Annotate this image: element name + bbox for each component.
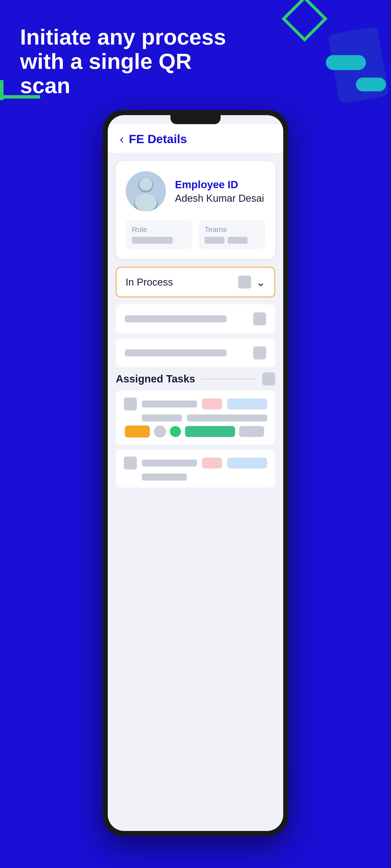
role-value-bar xyxy=(132,237,173,244)
phone-mockup: ‹ FE Details xyxy=(103,110,288,836)
team-bar-1 xyxy=(204,237,225,244)
employee-card: Employee ID Adesh Kumar Desai Role Teams xyxy=(116,161,275,259)
task-gray-pill-1 xyxy=(239,426,264,437)
phone-notch xyxy=(170,115,221,124)
task-title-bar-1 xyxy=(142,400,197,407)
avatar xyxy=(126,171,166,211)
task-small-circle-1 xyxy=(154,426,166,437)
task-tag-blue-2 xyxy=(227,458,267,469)
role-label: Role xyxy=(132,225,187,234)
in-process-dropdown[interactable]: In Process ⌄ xyxy=(116,267,275,297)
task-checkbox-1[interactable] xyxy=(124,398,137,410)
tasks-divider xyxy=(201,379,256,379)
team-bar-2 xyxy=(228,237,248,244)
task-card-2 xyxy=(116,450,275,488)
task2-row-top xyxy=(124,457,267,469)
employee-name: Adesh Kumar Desai xyxy=(175,193,264,204)
list-item-icon-2 xyxy=(253,346,266,360)
task2-bottom-bar xyxy=(142,473,187,480)
back-button[interactable]: ‹ xyxy=(120,133,124,145)
in-process-right: ⌄ xyxy=(238,276,266,288)
role-box: Role xyxy=(126,220,193,249)
task-green-dot-1 xyxy=(170,426,181,437)
headline-line2: with a single QR xyxy=(20,49,192,73)
phone-screen: ‹ FE Details xyxy=(108,115,283,831)
tasks-add-icon[interactable] xyxy=(262,372,275,385)
teams-label: Teams xyxy=(204,225,259,234)
headline-text: Initiate any process xyxy=(20,25,226,49)
employee-text: Employee ID Adesh Kumar Desai xyxy=(175,179,264,204)
employee-info-row: Employee ID Adesh Kumar Desai xyxy=(126,171,265,211)
task-tag-blue-1 xyxy=(227,399,267,409)
task-row-top-1 xyxy=(124,398,267,410)
status-indicator xyxy=(238,276,251,288)
task-checkbox-2[interactable] xyxy=(124,457,137,469)
chevron-down-icon: ⌄ xyxy=(256,276,266,288)
app-header: ‹ FE Details xyxy=(108,124,283,153)
task-tag-pink-1 xyxy=(202,399,222,409)
task-mid-bar-long-1 xyxy=(187,414,267,422)
screen-title: FE Details xyxy=(129,132,187,146)
headline: Initiate any process with a single QR sc… xyxy=(20,25,316,98)
teams-bars xyxy=(204,237,259,244)
task-orange-tag-1 xyxy=(125,426,150,437)
task-green-bar-1 xyxy=(185,426,235,437)
in-process-label: In Process xyxy=(125,277,173,288)
task-title-bar-2 xyxy=(142,460,197,467)
svg-point-4 xyxy=(135,194,157,211)
role-teams-row: Role Teams xyxy=(126,220,265,249)
task-row-mid-1 xyxy=(124,414,267,422)
assigned-tasks-label: Assigned Tasks xyxy=(116,373,195,385)
employee-id-label: Employee ID xyxy=(175,179,264,191)
headline-line3: scan xyxy=(20,73,71,98)
chat-bubble-2 xyxy=(356,78,386,91)
list-item-2[interactable] xyxy=(116,338,275,367)
task-card-1 xyxy=(116,391,275,444)
task-mid-bar-short-1 xyxy=(142,414,182,422)
list-item-1[interactable] xyxy=(116,304,275,333)
list-item-bar-1 xyxy=(125,315,227,322)
task-row-bottom-1 xyxy=(124,426,267,437)
teams-box: Teams xyxy=(198,220,265,249)
svg-point-3 xyxy=(139,178,152,191)
chat-bubble-1 xyxy=(326,55,366,70)
list-item-bar-2 xyxy=(125,349,227,356)
task-tag-pink-2 xyxy=(202,458,222,469)
list-item-icon-1 xyxy=(253,312,266,326)
assigned-tasks-header: Assigned Tasks xyxy=(116,372,275,385)
